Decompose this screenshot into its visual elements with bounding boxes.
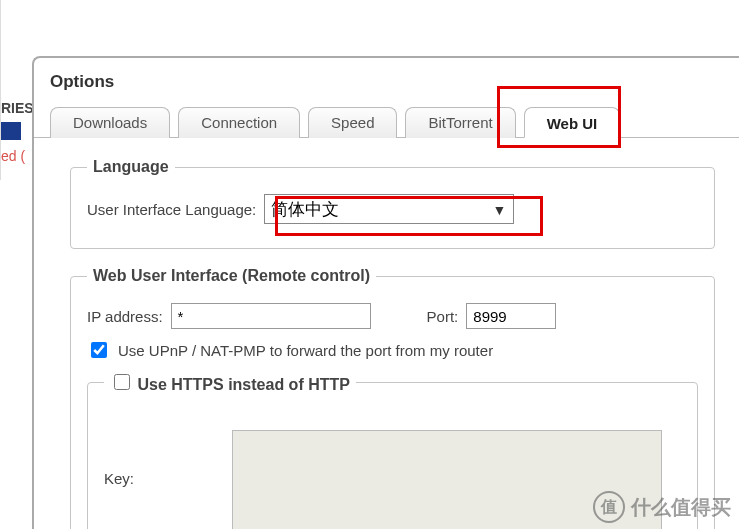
- panel-title: Options: [34, 58, 739, 106]
- language-select[interactable]: 简体中文: [264, 194, 514, 224]
- port-input[interactable]: [466, 303, 556, 329]
- language-fieldset: Language User Interface Language: 简体中文 ▼: [70, 158, 715, 249]
- https-legend: Use HTTPS instead of HTTP: [104, 371, 356, 394]
- fragment-text-2: ed (: [1, 148, 25, 164]
- tabs-bar: Downloads Connection Speed BitTorrent We…: [34, 106, 739, 138]
- tab-bittorrent[interactable]: BitTorrent: [405, 107, 515, 138]
- tab-web-ui[interactable]: Web UI: [524, 107, 621, 138]
- fragment-highlight: [1, 122, 21, 140]
- https-checkbox[interactable]: [114, 374, 130, 390]
- webui-fieldset: Web User Interface (Remote control) IP a…: [70, 267, 715, 529]
- port-label: Port:: [427, 308, 459, 325]
- key-label: Key:: [104, 430, 224, 487]
- watermark-text: 什么值得买: [631, 494, 731, 521]
- https-legend-text: Use HTTPS instead of HTTP: [137, 376, 349, 393]
- tab-speed[interactable]: Speed: [308, 107, 397, 138]
- options-panel: Options Downloads Connection Speed BitTo…: [32, 56, 739, 529]
- left-page-fragment: RIES ed (: [0, 0, 32, 180]
- ip-input[interactable]: [171, 303, 371, 329]
- watermark-badge-icon: 值: [593, 491, 625, 523]
- tab-content: Language User Interface Language: 简体中文 ▼…: [34, 138, 739, 529]
- upnp-checkbox[interactable]: [91, 342, 107, 358]
- language-legend: Language: [87, 158, 175, 176]
- ip-label: IP address:: [87, 308, 163, 325]
- watermark: 值 什么值得买: [593, 491, 731, 523]
- tab-downloads[interactable]: Downloads: [50, 107, 170, 138]
- webui-legend: Web User Interface (Remote control): [87, 267, 376, 285]
- upnp-label: Use UPnP / NAT-PMP to forward the port f…: [118, 342, 493, 359]
- fragment-text-1: RIES: [1, 100, 34, 116]
- tab-connection[interactable]: Connection: [178, 107, 300, 138]
- language-label: User Interface Language:: [87, 201, 256, 218]
